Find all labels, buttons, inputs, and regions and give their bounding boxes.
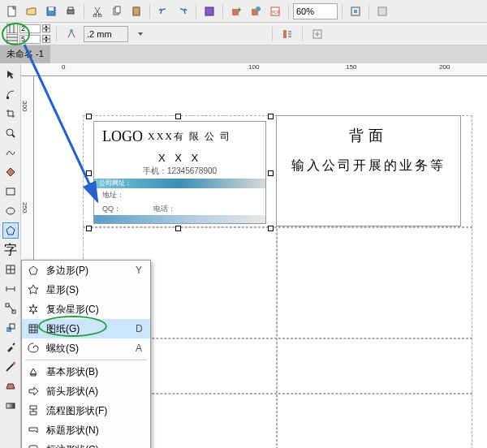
outline-dropdown[interactable]: [131, 25, 149, 43]
svg-rect-10: [135, 6, 138, 8]
separator: [302, 27, 303, 41]
svg-rect-34: [6, 97, 9, 99]
svg-rect-19: [378, 7, 386, 15]
document-tab[interactable]: 未命名 -1: [0, 45, 50, 63]
outline-tool[interactable]: [2, 359, 19, 375]
dimension-tool[interactable]: [2, 281, 19, 297]
selection-handle[interactable]: [86, 170, 92, 176]
copy-button[interactable]: [108, 2, 126, 20]
fill-tool[interactable]: [2, 378, 19, 394]
cut-button[interactable]: [88, 2, 106, 20]
selection-handle[interactable]: [268, 226, 274, 231]
polygon-flyout-menu: 多边形(P) Y 星形(S) 复杂星形(C) 图纸(G) D 螺纹(S) A 基…: [21, 260, 151, 448]
rectangle-tool[interactable]: [2, 183, 19, 200]
phone-row: 手机：12345678900: [94, 164, 265, 179]
toolbox: 字: [0, 63, 21, 448]
print-button[interactable]: [62, 2, 80, 20]
separator: [56, 27, 57, 41]
outline-width-select[interactable]: .2 mm: [84, 26, 128, 42]
pdf-button[interactable]: PDF: [266, 2, 284, 20]
menu-item-flowchart-shapes[interactable]: 流程图形状(F): [22, 401, 150, 420]
interactive-fill-tool[interactable]: [2, 398, 19, 414]
menu-item-spiral[interactable]: 螺纹(S) A: [22, 338, 150, 358]
effects-tool[interactable]: [2, 320, 19, 336]
svg-rect-54: [29, 325, 37, 333]
outline-width-value: .2 mm: [87, 29, 112, 39]
menu-item-arrow-shapes[interactable]: 箭头形状(A): [22, 381, 150, 401]
columns-spinner[interactable]: ▲▼: [42, 24, 50, 33]
menu-separator: [25, 360, 147, 360]
selection-handle[interactable]: [175, 114, 181, 119]
svg-rect-51: [13, 362, 15, 364]
freehand-tool[interactable]: [2, 144, 19, 161]
menu-item-banner-shapes[interactable]: 标题形状(N): [22, 420, 150, 440]
selection-handle[interactable]: [268, 170, 274, 176]
business-card-front[interactable]: LOGO XXX有 限 公 司 X X X 手机：12345678900 公司网…: [93, 121, 266, 224]
polygon-tool[interactable]: [2, 222, 19, 239]
import-button[interactable]: [200, 2, 218, 20]
smart-fill-tool[interactable]: [2, 164, 19, 180]
text-tool[interactable]: 字: [2, 242, 19, 258]
basic-shape-icon: [27, 365, 40, 378]
wrap-text-button[interactable]: [278, 25, 296, 43]
svg-rect-45: [6, 304, 9, 307]
publish-button[interactable]: [247, 2, 265, 20]
eyedropper-tool[interactable]: [2, 339, 19, 355]
menu-item-callout-shapes[interactable]: 标注形状(C): [22, 440, 150, 448]
document-tabs: 未命名 -1: [0, 45, 487, 63]
rows-input[interactable]: [19, 35, 41, 44]
svg-point-35: [6, 129, 13, 136]
columns-input[interactable]: [19, 24, 41, 33]
undo-button[interactable]: [154, 2, 172, 20]
snap-button[interactable]: [347, 2, 364, 20]
paste-button[interactable]: [127, 2, 145, 20]
connector-tool[interactable]: [2, 300, 19, 317]
callout-icon: [27, 443, 40, 448]
svg-rect-20: [6, 24, 18, 33]
new-button[interactable]: [3, 2, 21, 20]
spiral-icon: [27, 342, 40, 355]
save-button[interactable]: [42, 2, 60, 20]
bottom-gradient: [94, 215, 265, 223]
menu-item-graph-paper[interactable]: 图纸(G) D: [22, 319, 150, 338]
info-row-2: QQ： 电话：: [94, 202, 265, 216]
separator: [368, 4, 369, 19]
selection-handle[interactable]: [175, 226, 181, 231]
pick-tool[interactable]: [2, 67, 19, 83]
zoom-tool[interactable]: [2, 125, 19, 141]
property-bar: ▲▼ ▲▼ .2 mm: [0, 23, 487, 45]
separator: [272, 27, 273, 41]
ruler-horizontal: 0 100 150 200: [21, 63, 487, 76]
company-name: XXX有 限 公 司: [148, 130, 231, 144]
url-bar: 公司网址：: [94, 179, 265, 188]
crop-tool[interactable]: [2, 106, 19, 122]
selection-handle[interactable]: [86, 114, 92, 119]
flowchart-icon: [27, 404, 40, 417]
main-toolbar: PDF: [0, 0, 487, 23]
svg-rect-3: [67, 10, 74, 14]
menu-item-polygon[interactable]: 多边形(P) Y: [22, 261, 150, 280]
redo-button[interactable]: [174, 2, 192, 20]
more-button[interactable]: [308, 25, 326, 43]
ellipse-tool[interactable]: [2, 203, 19, 219]
grid-dimensions: ▲▼ ▲▼: [6, 24, 50, 44]
svg-point-26: [70, 29, 73, 32]
open-button[interactable]: [23, 2, 41, 20]
selection-handle[interactable]: [268, 114, 274, 119]
zoom-input[interactable]: [293, 3, 338, 19]
export-button[interactable]: [227, 2, 245, 20]
shape-tool[interactable]: [2, 86, 19, 102]
options-button[interactable]: [373, 2, 391, 20]
menu-item-complex-star[interactable]: 复杂星形(C): [22, 299, 150, 319]
separator: [222, 4, 223, 19]
rows-spinner[interactable]: ▲▼: [42, 35, 50, 44]
menu-item-star[interactable]: 星形(S): [22, 280, 150, 299]
svg-rect-27: [283, 30, 287, 38]
svg-text:PDF: PDF: [272, 10, 280, 15]
menu-item-basic-shapes[interactable]: 基本形状(B): [22, 362, 150, 381]
back-body: 输入公司开展的业务等: [277, 155, 460, 176]
table-tool[interactable]: [2, 261, 19, 278]
business-card-back[interactable]: 背面 输入公司开展的业务等: [276, 115, 461, 226]
selection-handle[interactable]: [86, 226, 92, 231]
svg-line-36: [12, 135, 15, 137]
